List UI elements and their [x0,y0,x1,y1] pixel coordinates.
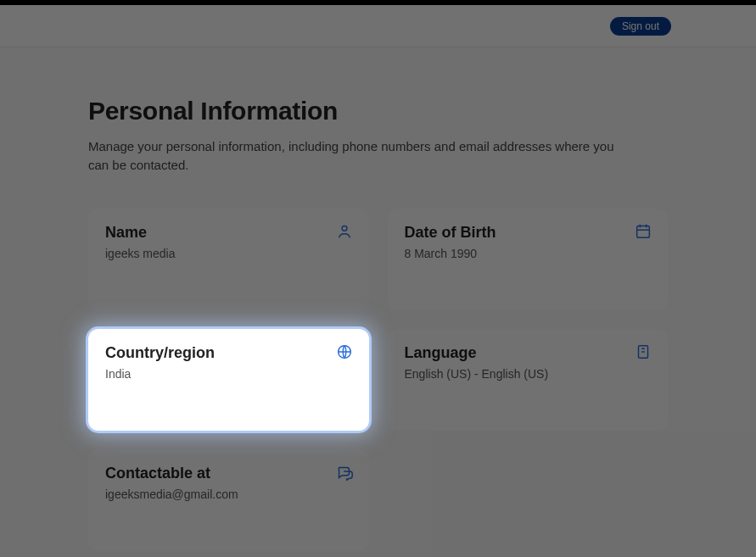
page-title: Personal Information [88,97,668,125]
card-country-region[interactable]: Country/region India [88,329,369,431]
empty-grid-cell [388,449,669,551]
card-title: Date of Birth [405,224,652,242]
card-title: Contactable at [105,465,352,482]
card-value: igeeksmedia@gmail.com [105,487,352,501]
card-language[interactable]: Language English (US) - English (US) [388,329,669,431]
card-title: Name [105,224,352,242]
chat-icon [335,463,354,482]
signout-button[interactable]: Sign out [610,17,671,36]
card-title: Country/region [105,344,352,362]
calendar-icon [634,222,652,241]
svg-point-0 [342,226,347,231]
top-black-bar [0,0,756,5]
card-value: igeeks media [105,247,352,260]
card-contactable[interactable]: Contactable at igeeksmedia@gmail.com [88,449,369,551]
card-value: 8 March 1990 [405,247,652,260]
card-title: Language [405,344,652,362]
header-bar: Sign out [0,5,756,47]
cards-grid: Name igeeks media Date of Birth 8 March … [88,209,668,551]
card-value: India [105,367,352,381]
page-subtitle: Manage your personal information, includ… [88,137,631,175]
card-value: English (US) - English (US) [405,367,652,381]
globe-icon [335,343,354,361]
card-date-of-birth[interactable]: Date of Birth 8 March 1990 [388,209,669,310]
page-content: Personal Information Manage your persona… [0,47,756,557]
person-icon [335,222,354,241]
svg-rect-1 [637,226,650,237]
book-icon [634,343,652,361]
card-name[interactable]: Name igeeks media [88,209,369,310]
